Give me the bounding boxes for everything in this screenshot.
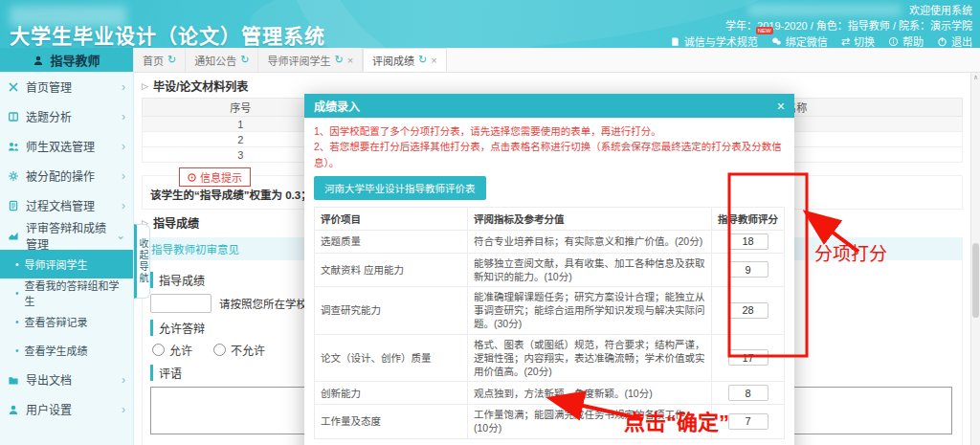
score-row: 论文（设计、创作）质量 格式、图表（或图纸）规范，符合要求；结构严谨，逻辑性强；… bbox=[315, 334, 785, 382]
close-tab-icon[interactable]: × bbox=[431, 55, 436, 66]
score-row: 创新能力 观点独到，方法新颖，角度新颖。(10分) bbox=[315, 382, 785, 405]
bullet-icon: • bbox=[15, 259, 19, 270]
welcome-text: 欢迎使用系统 bbox=[909, 2, 972, 17]
wechat-icon bbox=[771, 36, 782, 47]
guide-score-input[interactable] bbox=[150, 294, 212, 313]
sidebar-item-export-doc[interactable]: 导出文档 › bbox=[0, 365, 133, 394]
sidebar-item-assigned-ops[interactable]: 被分配的操作 › bbox=[0, 161, 133, 190]
modal-title: 成绩录入 bbox=[314, 98, 360, 114]
sidebar-item-dual-select[interactable]: 师生双选管理 › bbox=[0, 131, 133, 161]
score-row: 选题质量 符合专业培养目标；有实际意义和推广价值。(20分) bbox=[315, 230, 785, 253]
folder-icon bbox=[8, 374, 19, 386]
info-tip-tag: 信息提示 bbox=[179, 167, 251, 187]
area-chart-icon bbox=[8, 230, 19, 241]
score-input[interactable] bbox=[728, 413, 768, 430]
sidebar: 指导教师 首页管理 › 选题分析 › 师生双选管理 › 被分配的操作 › 过程文… bbox=[0, 48, 134, 445]
chevron-right-icon: › bbox=[122, 169, 125, 183]
radio-icon bbox=[213, 344, 226, 356]
score-input[interactable] bbox=[728, 385, 768, 401]
book-icon bbox=[8, 111, 19, 122]
sidebar-item-user-settings[interactable]: 用户设置 › bbox=[0, 394, 133, 424]
modal-hint-2: 2、若您想要在打分后选择其他打分表，点击表格名称进行切换（系统会保存您最终选定的… bbox=[314, 139, 785, 170]
page: 大学生毕业设计（论文）管理系统 欢迎使用系统 学年：2019-2020 / 角色… bbox=[0, 0, 980, 445]
alert-icon bbox=[188, 173, 196, 182]
book-icon bbox=[670, 36, 680, 47]
score-row: 文献资料 应用能力 能够独立查阅文献，具有收集、加工各种信息及获取新知识的能力。… bbox=[315, 253, 785, 286]
score-entry-modal: 成绩录入 × 1、因学校配置了多个分项打分表，请先选择您需要使用的表单，再进行打… bbox=[304, 94, 794, 445]
radio-allow[interactable]: 允许 bbox=[152, 342, 192, 358]
close-tab-icon[interactable]: × bbox=[347, 55, 353, 66]
sidebar-item-home[interactable]: 首页管理 › bbox=[0, 72, 133, 101]
tab-home[interactable]: 首页↻ bbox=[134, 48, 186, 72]
sidebar-item-review-manage[interactable]: 评审答辩和成绩管理 ⌄ bbox=[0, 220, 133, 250]
col-item: 评价项目 bbox=[315, 207, 468, 230]
chevron-right-icon: › bbox=[122, 140, 125, 153]
chevron-right-icon: › bbox=[122, 80, 125, 94]
score-row: 调查研究能力 能准确理解课题任务；研究方案设计合理；能独立从事调查研究；能综合运… bbox=[315, 287, 785, 335]
blurred-user-info bbox=[748, 5, 902, 15]
triangle-icon: ▷ bbox=[142, 81, 148, 91]
people-icon bbox=[8, 141, 19, 152]
bind-wechat-link[interactable]: 绑定微信 bbox=[771, 33, 828, 48]
radio-deny[interactable]: 不允许 bbox=[213, 342, 265, 358]
user-icon bbox=[8, 404, 19, 415]
scrollbar-thumb[interactable] bbox=[972, 243, 979, 318]
chevron-right-icon: › bbox=[122, 403, 125, 416]
home-manage-icon bbox=[8, 81, 19, 93]
sidebar-item-topic-analysis[interactable]: 选题分析 › bbox=[0, 101, 133, 131]
collapse-nav-tab[interactable]: 收起导航 bbox=[134, 224, 150, 299]
top-header: 大学生毕业设计（论文）管理系统 欢迎使用系统 学年：2019-2020 / 角色… bbox=[0, 0, 980, 48]
radio-icon bbox=[152, 344, 165, 356]
switch-link[interactable]: ⇄ 切换 bbox=[841, 33, 875, 48]
close-icon[interactable]: × bbox=[777, 99, 785, 114]
score-input[interactable] bbox=[728, 261, 768, 278]
chevron-right-icon: › bbox=[122, 110, 125, 123]
form-select-button[interactable]: 河南大学毕业设计指导教师评价表 bbox=[314, 176, 486, 200]
help-icon bbox=[888, 36, 899, 47]
gear-icon bbox=[8, 170, 19, 182]
refresh-icon[interactable]: ↻ bbox=[167, 54, 176, 66]
bullet-icon: • bbox=[15, 317, 19, 327]
app-title: 大学生毕业设计（论文）管理系统 bbox=[10, 20, 325, 48]
refresh-icon[interactable]: ↻ bbox=[240, 54, 249, 66]
sidebar-item-process-doc[interactable]: 过程文档管理 › bbox=[0, 190, 133, 220]
tab-review-students[interactable]: 导师评阅学生↻× bbox=[258, 48, 363, 72]
vertical-scrollbar[interactable]: ∧ bbox=[970, 73, 980, 445]
logout-link[interactable]: 退出 bbox=[937, 33, 972, 48]
power-icon bbox=[937, 36, 947, 47]
col-criteria: 评阅指标及参考分值 bbox=[468, 207, 712, 230]
switch-icon: ⇄ bbox=[841, 35, 850, 48]
chevron-down-icon: ⌄ bbox=[116, 229, 125, 242]
refresh-icon[interactable]: ↻ bbox=[418, 54, 427, 66]
sidebar-subitem-my-defense-group[interactable]: • 查看我的答辩组和学生 bbox=[0, 278, 133, 307]
sidebar-subitem-student-scores[interactable]: • 查看学生成绩 bbox=[0, 336, 133, 365]
modal-hint-1: 1、因学校配置了多个分项打分表，请先选择您需要使用的表单，再进行打分。 bbox=[314, 123, 785, 139]
bullet-icon: • bbox=[15, 288, 19, 299]
refresh-icon[interactable]: ↻ bbox=[334, 54, 343, 66]
score-row: 工作量及态度 工作量饱满；能圆满完成任务书规定的各项工作。(10分) bbox=[315, 405, 785, 438]
scroll-up-icon[interactable]: ∧ bbox=[971, 74, 980, 81]
col-score: 指导教师评分 bbox=[712, 207, 785, 230]
document-icon bbox=[8, 200, 19, 211]
sidebar-subitem-defense-records[interactable]: • 查看答辩记录 bbox=[0, 307, 133, 336]
score-input[interactable] bbox=[728, 302, 768, 319]
tab-notices[interactable]: 通知公告↻ bbox=[186, 48, 258, 72]
score-input[interactable] bbox=[728, 234, 768, 250]
help-link[interactable]: 帮助 bbox=[888, 33, 924, 48]
tab-bar: 首页↻ 通知公告↻ 导师评阅学生↻× 评阅成绩↻× bbox=[134, 48, 980, 73]
sidebar-role-header: 指导教师 bbox=[0, 48, 133, 72]
sidebar-subitem-review-students[interactable]: • 导师评阅学生 bbox=[0, 250, 133, 278]
modal-header: 成绩录入 × bbox=[304, 94, 794, 118]
score-input[interactable] bbox=[728, 349, 768, 366]
person-icon bbox=[33, 55, 44, 66]
score-table: 评价项目 评阅指标及参考分值 指导教师评分 选题质量 符合专业培养目标；有实际意… bbox=[314, 207, 785, 439]
chevron-right-icon: › bbox=[122, 373, 125, 387]
chevron-right-icon: › bbox=[122, 199, 125, 212]
bullet-icon: • bbox=[15, 345, 19, 356]
integrity-link[interactable]: 诚信与学术规范 NEW bbox=[670, 33, 758, 48]
tab-review-score[interactable]: 评阅成绩↻× bbox=[363, 48, 447, 72]
